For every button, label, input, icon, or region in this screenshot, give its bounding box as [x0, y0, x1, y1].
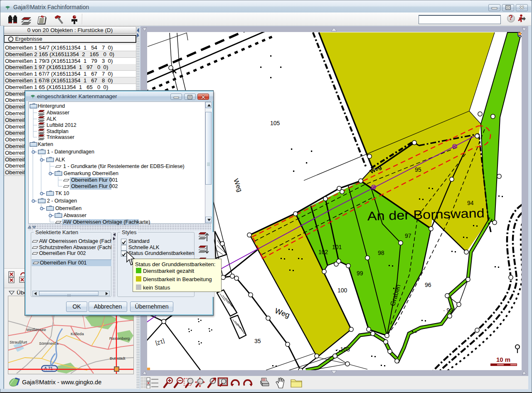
- svg-text:Rastenberg: Rastenberg: [109, 336, 130, 341]
- svg-text:A 71: A 71: [44, 366, 53, 371]
- svg-text:Straußfurt: Straußfurt: [10, 340, 27, 344]
- svg-text:Weißensee: Weißensee: [26, 327, 46, 332]
- svg-text:Buttstädt: Buttstädt: [110, 356, 126, 361]
- svg-text:Kölleda: Kölleda: [71, 331, 84, 336]
